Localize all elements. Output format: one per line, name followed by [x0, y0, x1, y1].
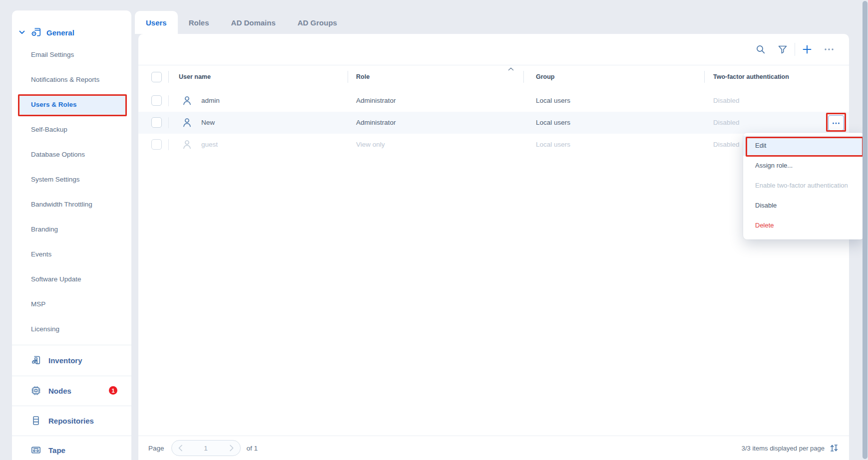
user-icon — [181, 117, 193, 128]
column-header-user-name[interactable]: User name — [179, 65, 211, 89]
cell-two-factor: Disabled — [713, 90, 740, 112]
divider — [12, 345, 131, 345]
toolbar — [750, 38, 840, 61]
row-actions-button[interactable] — [828, 115, 844, 131]
filter-icon — [777, 44, 788, 55]
divider — [12, 436, 131, 436]
row-divider — [168, 139, 169, 150]
column-divider — [348, 71, 348, 83]
sidebar-section-repositories[interactable]: Repositories — [30, 415, 94, 427]
row-checkbox[interactable] — [151, 95, 162, 106]
inventory-icon — [30, 354, 42, 366]
page-scrollbar[interactable] — [863, 1, 868, 459]
sort-ascending-icon — [508, 67, 514, 91]
menu-item-assign-role[interactable]: Assign role... — [743, 156, 864, 176]
ellipsis-icon — [832, 122, 840, 125]
repositories-icon — [30, 415, 42, 427]
general-settings-icon — [30, 26, 42, 38]
tab-ad-domains[interactable]: AD Domains — [220, 11, 287, 34]
cell-group: Local users — [536, 134, 570, 156]
divider — [12, 406, 131, 406]
ellipsis-icon — [823, 44, 835, 55]
column-divider — [168, 71, 169, 83]
column-header-two-factor[interactable]: Two-factor authentication — [713, 65, 789, 89]
column-divider — [523, 71, 524, 83]
add-user-button[interactable] — [796, 39, 818, 59]
sidebar-item-branding[interactable]: Branding — [12, 220, 131, 239]
menu-item-delete[interactable]: Delete — [743, 216, 864, 235]
sidebar-item-bandwidth-throttling[interactable]: Bandwidth Throttling — [12, 195, 131, 215]
tab-users[interactable]: Users — [135, 11, 178, 34]
filter-button[interactable] — [772, 39, 794, 59]
sidebar-item-self-backup[interactable]: Self-Backup — [12, 120, 131, 140]
sidebar-item-database-options[interactable]: Database Options — [12, 145, 131, 165]
current-page-value[interactable]: 1 — [189, 445, 223, 452]
row-checkbox[interactable] — [151, 139, 162, 150]
sidebar-section-label: General — [46, 28, 74, 37]
chevron-left-icon — [178, 445, 183, 452]
cell-user-name: guest — [201, 134, 218, 156]
page-total-label: of 1 — [247, 445, 258, 452]
sidebar-item-email-settings[interactable]: Email Settings — [12, 45, 131, 65]
sidebar-item-users-roles[interactable]: Users & Roles — [18, 94, 126, 115]
sidebar-item-licensing[interactable]: Licensing — [12, 319, 131, 339]
next-page-button[interactable] — [223, 445, 240, 452]
cell-two-factor: Disabled — [713, 112, 740, 134]
app-root: General Email Settings Notifications & R… — [0, 0, 868, 460]
page-selector: 1 — [171, 440, 241, 456]
items-summary: 3/3 items displayed per page — [742, 445, 825, 452]
user-icon — [181, 139, 193, 150]
sidebar-item-events[interactable]: Events — [12, 244, 131, 264]
select-all-checkbox[interactable] — [151, 72, 162, 82]
search-button[interactable] — [750, 39, 772, 59]
sidebar-item-system-settings[interactable]: System Settings — [12, 170, 131, 190]
menu-item-disable[interactable]: Disable — [743, 196, 864, 216]
sidebar-section-label: Inventory — [48, 356, 82, 365]
sidebar-section-general[interactable]: General — [18, 26, 74, 38]
tab-bar: Users Roles AD Domains AD Groups — [135, 11, 348, 34]
sidebar-item-notifications-reports[interactable]: Notifications & Reports — [12, 70, 131, 90]
tape-icon — [30, 444, 42, 456]
row-checkbox[interactable] — [151, 117, 162, 128]
page-label: Page — [148, 445, 164, 452]
context-menu: Edit Assign role... Enable two-factor au… — [743, 133, 864, 239]
row-divider — [168, 95, 169, 106]
pagination-bar: Page 1 of 1 3/3 items displayed per page — [138, 436, 849, 460]
content-panel: User name Role Group Two-factor authenti… — [138, 34, 849, 460]
cell-role: Administrator — [356, 90, 396, 112]
menu-item-enable-two-factor: Enable two-factor authentication — [743, 176, 864, 196]
tab-roles[interactable]: Roles — [178, 11, 220, 34]
menu-item-edit[interactable]: Edit — [743, 136, 864, 156]
column-header-group[interactable]: Group — [536, 65, 555, 89]
items-per-page-button[interactable] — [829, 443, 839, 453]
cell-role: Administrator — [356, 112, 396, 134]
sidebar: General Email Settings Notifications & R… — [12, 10, 131, 460]
column-header-role[interactable]: Role — [356, 65, 370, 89]
cell-two-factor: Disabled — [713, 134, 740, 156]
sidebar-section-nodes[interactable]: Nodes — [30, 385, 71, 397]
cell-group: Local users — [536, 90, 570, 112]
table-row-guest[interactable]: guest View only Local users Disabled — [138, 134, 849, 156]
sidebar-section-label: Tape — [48, 446, 65, 455]
sidebar-section-label: Repositories — [48, 417, 94, 425]
cell-user-name: New — [201, 112, 215, 134]
sidebar-section-tape[interactable]: Tape — [30, 444, 65, 456]
table-row-new[interactable]: New Administrator Local users Disabled — [138, 112, 849, 134]
nodes-chip-icon — [30, 385, 42, 397]
row-divider — [168, 117, 169, 128]
plus-icon — [802, 44, 813, 55]
table-row-admin[interactable]: admin Administrator Local users Disabled — [138, 90, 849, 112]
sidebar-section-inventory[interactable]: Inventory — [30, 354, 82, 366]
toolbar-divider — [795, 43, 795, 56]
previous-page-button[interactable] — [172, 445, 189, 452]
sidebar-item-msp[interactable]: MSP — [12, 294, 131, 314]
chevron-right-icon — [229, 445, 234, 452]
chevron-down-icon — [18, 29, 25, 36]
sidebar-item-software-update[interactable]: Software Update — [12, 269, 131, 289]
tab-ad-groups[interactable]: AD Groups — [287, 11, 348, 34]
sidebar-section-label: Nodes — [48, 387, 71, 395]
cell-user-name: admin — [201, 90, 220, 112]
search-icon — [755, 44, 766, 55]
more-actions-button[interactable] — [818, 39, 840, 59]
adjust-rows-icon — [829, 443, 839, 453]
